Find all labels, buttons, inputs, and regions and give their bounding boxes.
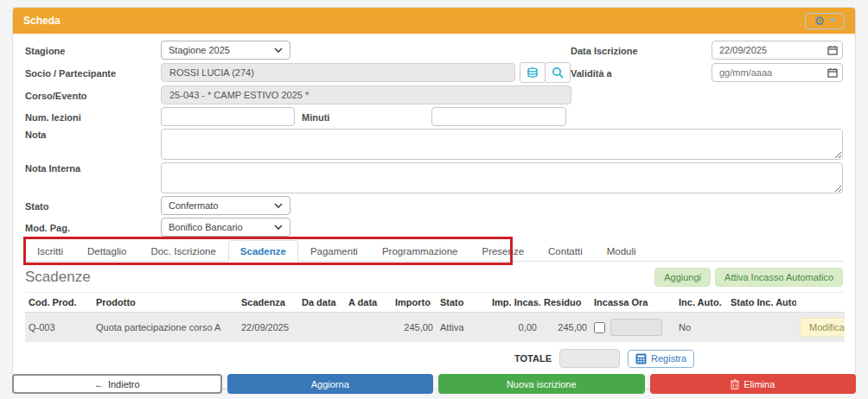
col-actions — [796, 293, 845, 313]
form-row-stagione: Stagione Stagione 2025 Data Iscrizione — [25, 41, 843, 60]
validita-field — [712, 63, 843, 82]
tab-bar: Iscritti Dettaglio Doc. Iscrizione Scade… — [25, 240, 843, 262]
cell-a-data — [345, 313, 392, 343]
payments-lookup-button[interactable] — [520, 62, 546, 83]
settings-menu-button[interactable]: ⚙ — [805, 13, 845, 29]
stagione-select[interactable]: Stagione 2025 — [161, 41, 290, 60]
mod-pag-selected-value: Bonifico Bancario — [169, 222, 243, 232]
chevron-down-icon — [274, 47, 283, 54]
form-row-nota-interna: Nota Interna — [25, 162, 843, 193]
search-socio-button[interactable] — [545, 62, 571, 83]
data-iscrizione-label: Data Iscrizione — [571, 45, 712, 56]
panel-header: Scheda ⚙ — [13, 8, 855, 34]
tab-presenze[interactable]: Presenze — [469, 240, 536, 262]
col-stato-inc-auto: Stato Inc. Auto. — [727, 293, 796, 313]
tab-iscritti[interactable]: Iscritti — [25, 240, 75, 262]
stagione-label: Stagione — [25, 45, 161, 56]
mod-pag-select[interactable]: Bonifico Bancario — [161, 218, 290, 237]
col-a-data: A data — [345, 293, 392, 313]
socio-label: Socio / Partecipante — [25, 67, 161, 79]
col-importo: Importo — [392, 293, 437, 313]
coins-icon — [527, 67, 539, 79]
corso-input: 25-043 - * CAMP ESTIVO 2025 * — [161, 86, 571, 104]
num-lezioni-input[interactable] — [161, 107, 295, 126]
nuova-iscrizione-label: Nuova iscrizione — [507, 379, 577, 390]
socio-input: ROSSI LUCIA (274) — [161, 63, 515, 82]
stato-select[interactable]: Confermato — [161, 196, 290, 215]
form-row-lezioni: Num. lezioni Minuti — [25, 107, 843, 126]
search-icon — [552, 66, 564, 79]
cell-importo: 245,00 — [392, 313, 437, 343]
totale-input — [559, 349, 620, 368]
validita-group: Validità a — [571, 63, 843, 82]
cell-residuo: 245,00 — [540, 313, 590, 343]
cell-inc-auto: No — [675, 313, 727, 343]
form-row-socio: Socio / Partecipante ROSSI LUCIA (274) V… — [25, 62, 843, 83]
tab-scadenze[interactable]: Scadenze — [228, 240, 298, 262]
nota-label: Nota — [25, 129, 161, 140]
bottom-action-bar: ← Indietro Aggiorna Nuova iscrizione Eli… — [12, 374, 856, 394]
elimina-button[interactable]: Elimina — [650, 374, 857, 394]
cell-scadenza: 22/09/2025 — [238, 313, 298, 343]
col-cod-prod: Cod. Prod. — [25, 293, 93, 313]
modifica-button[interactable]: Modifica — [800, 318, 845, 337]
data-iscrizione-input[interactable] — [712, 41, 843, 60]
panel-body: Stagione Stagione 2025 Data Iscrizione S… — [13, 34, 855, 371]
tab-dettaglio[interactable]: Dettaglio — [75, 240, 138, 262]
scadenze-section-header: Scadenze Aggiungi Attiva Incasso Automat… — [25, 268, 843, 287]
col-stato: Stato — [437, 293, 488, 313]
col-incassa-ora: Incassa Ora — [590, 293, 675, 313]
nota-textarea[interactable] — [161, 129, 843, 160]
aggiorna-button[interactable]: Aggiorna — [227, 374, 434, 394]
scadenze-action-buttons: Aggiungi Attiva Incasso Automatico — [654, 268, 843, 287]
nuova-iscrizione-button[interactable]: Nuova iscrizione — [438, 374, 645, 394]
cell-incassa-ora — [590, 313, 675, 343]
totale-label: TOTALE — [514, 353, 552, 364]
validita-input[interactable] — [712, 63, 843, 82]
tab-doc-iscrizione[interactable]: Doc. Iscrizione — [138, 240, 227, 262]
incassa-ora-amount-input — [610, 319, 662, 336]
tab-moduli[interactable]: Moduli — [595, 240, 648, 262]
tab-programmazione[interactable]: Programmazione — [370, 240, 470, 262]
aggiorna-label: Aggiorna — [311, 379, 349, 390]
incassa-ora-checkbox[interactable] — [594, 322, 605, 333]
stato-selected-value: Confermato — [169, 200, 218, 211]
mod-pag-label: Mod. Pag. — [25, 222, 161, 233]
cell-stato: Attiva — [437, 313, 488, 343]
calculator-icon — [635, 353, 647, 364]
aggiungi-button[interactable]: Aggiungi — [654, 268, 711, 287]
form-row-corso: Corso/Evento 25-043 - * CAMP ESTIVO 2025… — [25, 86, 843, 104]
nota-interna-textarea[interactable] — [161, 162, 843, 193]
col-da-data: Da data — [298, 293, 345, 313]
minuti-label: Minuti — [295, 111, 431, 123]
num-lezioni-label: Num. lezioni — [25, 111, 161, 123]
col-residuo: Residuo — [540, 293, 590, 313]
validita-label: Validità a — [571, 67, 712, 79]
col-imp-incas: Imp. Incas. — [488, 293, 540, 313]
scadenze-section-title: Scadenze — [25, 269, 91, 286]
cell-da-data — [298, 313, 345, 343]
cell-cod-prod: Q-003 — [25, 313, 93, 343]
trash-icon — [731, 379, 739, 390]
col-scadenza: Scadenza — [238, 293, 298, 313]
cell-prodotto: Quota partecipazione corso A — [93, 313, 238, 343]
minuti-input[interactable] — [431, 107, 566, 126]
elimina-label: Elimina — [744, 379, 775, 390]
scheda-panel: Scheda ⚙ Stagione Stagione 2025 Data Isc… — [12, 7, 856, 390]
indietro-button[interactable]: ← Indietro — [12, 374, 222, 394]
corso-label: Corso/Evento — [25, 90, 161, 101]
form-row-nota: Nota — [25, 129, 843, 160]
table-row: Q-003 Quota partecipazione corso A 22/09… — [25, 313, 845, 343]
attiva-incasso-automatico-button[interactable]: Attiva Incasso Automatico — [715, 268, 843, 287]
scadenze-table: Cod. Prod. Prodotto Scadenza Da data A d… — [25, 292, 845, 342]
tab-pagamenti[interactable]: Pagamenti — [298, 240, 370, 262]
chevron-down-icon — [274, 202, 283, 209]
stagione-selected-value: Stagione 2025 — [169, 45, 230, 55]
registra-button[interactable]: Registra — [628, 350, 694, 368]
tab-contatti[interactable]: Contatti — [536, 240, 595, 262]
registra-label: Registra — [651, 353, 686, 364]
form-row-stato: Stato Confermato — [25, 196, 843, 215]
chevron-down-icon — [274, 224, 283, 231]
cell-actions: Modifica — [796, 313, 845, 343]
totale-row: TOTALE Registra — [25, 342, 843, 371]
